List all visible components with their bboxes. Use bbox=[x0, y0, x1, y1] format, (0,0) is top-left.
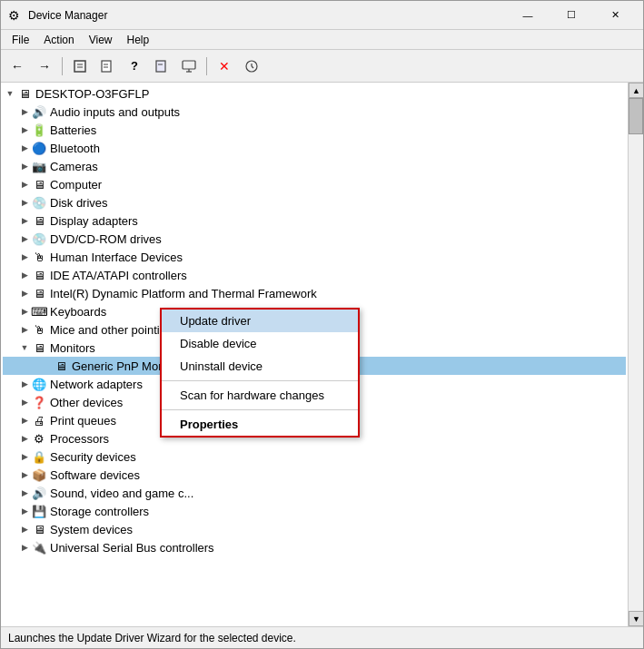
tree-pane[interactable]: ▼ 🖥 DESKTOP-O3FGFLP ▶ 🔊 Audio inputs and… bbox=[1, 83, 628, 626]
tree-item-hid[interactable]: ▶ 🖱 Human Interface Devices bbox=[3, 248, 626, 266]
tree-item-audio[interactable]: ▶ 🔊 Audio inputs and outputs bbox=[3, 103, 626, 121]
back-button[interactable]: ← bbox=[5, 54, 30, 79]
tree-item-display[interactable]: ▶ 🖥 Display adapters bbox=[3, 211, 626, 230]
context-menu-overlay: Update driver Disable device Uninstall d… bbox=[160, 308, 360, 438]
properties-button[interactable] bbox=[67, 54, 93, 79]
device-manager-window: ⚙ Device Manager — ☐ ✕ File Action View … bbox=[0, 0, 644, 649]
ctx-sep-1 bbox=[162, 380, 358, 381]
ctx-properties[interactable]: Properties bbox=[162, 413, 358, 436]
help-button[interactable]: ? bbox=[122, 54, 147, 79]
scroll-track[interactable] bbox=[629, 98, 643, 611]
tree-item-computer[interactable]: ▶ 🖥 Computer bbox=[3, 175, 626, 193]
svg-rect-6 bbox=[156, 61, 165, 72]
context-menu: Update driver Disable device Uninstall d… bbox=[160, 308, 360, 438]
tree-item-usb[interactable]: ▶ 🔌 Universal Serial Bus controllers bbox=[3, 538, 626, 556]
close-button[interactable]: ✕ bbox=[594, 1, 636, 30]
menu-action[interactable]: Action bbox=[36, 32, 81, 48]
ctx-update-driver[interactable]: Update driver bbox=[162, 310, 358, 332]
menu-file[interactable]: File bbox=[5, 32, 36, 48]
delete-button[interactable]: ✕ bbox=[212, 54, 237, 79]
scroll-down-button[interactable]: ▼ bbox=[629, 611, 643, 626]
root-label: DESKTOP-O3FGFLP bbox=[35, 87, 149, 101]
toolbar-sep-2 bbox=[206, 57, 207, 75]
tree-item-dvd[interactable]: ▶ 💿 DVD/CD-ROM drives bbox=[3, 230, 626, 248]
tree-item-software[interactable]: ▶ 📦 Software devices bbox=[3, 466, 626, 484]
minimize-button[interactable]: — bbox=[507, 1, 549, 30]
svg-rect-3 bbox=[102, 61, 111, 72]
scroll-up-button[interactable]: ▲ bbox=[629, 83, 643, 98]
tree-item-storage[interactable]: ▶ 💾 Storage controllers bbox=[3, 502, 626, 520]
maximize-button[interactable]: ☐ bbox=[550, 1, 592, 30]
tree-root[interactable]: ▼ 🖥 DESKTOP-O3FGFLP bbox=[3, 84, 626, 103]
svg-rect-0 bbox=[74, 61, 85, 72]
menu-view[interactable]: View bbox=[82, 32, 120, 48]
tree-item-bluetooth[interactable]: ▶ 🔵 Bluetooth bbox=[3, 139, 626, 157]
monitor-button[interactable] bbox=[176, 54, 202, 79]
tree-item-batteries[interactable]: ▶ 🔋 Batteries bbox=[3, 121, 626, 139]
update-driver-toolbar-button[interactable] bbox=[94, 54, 120, 79]
tree-item-sound[interactable]: ▶ 🔊 Sound, video and game c... bbox=[3, 484, 626, 502]
scan-button[interactable] bbox=[239, 54, 264, 79]
menu-help[interactable]: Help bbox=[120, 32, 157, 48]
root-expand[interactable]: ▼ bbox=[3, 86, 17, 101]
scrollbar-vertical[interactable]: ▲ ▼ bbox=[628, 83, 643, 626]
status-bar: Launches the Update Driver Wizard for th… bbox=[1, 626, 643, 648]
status-text: Launches the Update Driver Wizard for th… bbox=[8, 632, 296, 644]
root-icon: 🖥 bbox=[17, 86, 32, 101]
content-area: ▼ 🖥 DESKTOP-O3FGFLP ▶ 🔊 Audio inputs and… bbox=[1, 83, 643, 626]
tree-item-ide[interactable]: ▶ 🖥 IDE ATA/ATAPI controllers bbox=[3, 266, 626, 284]
toolbar-sep-1 bbox=[62, 57, 63, 75]
title-bar: ⚙ Device Manager — ☐ ✕ bbox=[1, 1, 643, 30]
ctx-scan-changes[interactable]: Scan for hardware changes bbox=[162, 384, 358, 407]
window-icon: ⚙ bbox=[8, 8, 23, 23]
policy-button[interactable] bbox=[149, 54, 174, 79]
scroll-thumb[interactable] bbox=[629, 98, 643, 134]
menu-bar: File Action View Help bbox=[1, 30, 643, 50]
title-controls: — ☐ ✕ bbox=[507, 1, 636, 30]
window-title: Device Manager bbox=[28, 9, 507, 22]
tree-item-cameras[interactable]: ▶ 📷 Cameras bbox=[3, 157, 626, 175]
ctx-sep-2 bbox=[162, 409, 358, 410]
toolbar: ← → ? ✕ bbox=[1, 50, 643, 83]
tree-item-system[interactable]: ▶ 🖥 System devices bbox=[3, 520, 626, 538]
forward-button[interactable]: → bbox=[32, 54, 57, 79]
tree-item-intel[interactable]: ▶ 🖥 Intel(R) Dynamic Platform and Therma… bbox=[3, 284, 626, 302]
tree-item-disk[interactable]: ▶ 💿 Disk drives bbox=[3, 193, 626, 211]
svg-rect-8 bbox=[183, 61, 195, 69]
ctx-uninstall-device[interactable]: Uninstall device bbox=[162, 355, 358, 378]
ctx-disable-device[interactable]: Disable device bbox=[162, 332, 358, 355]
tree-item-security[interactable]: ▶ 🔒 Security devices bbox=[3, 447, 626, 466]
